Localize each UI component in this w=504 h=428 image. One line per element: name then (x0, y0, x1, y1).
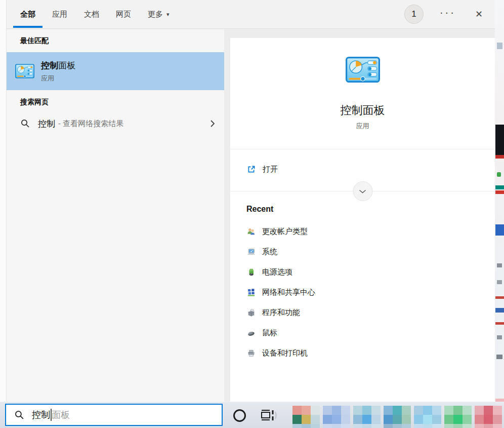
web-search-hint: - 查看网络搜索结果 (58, 119, 123, 129)
detail-panel: 控制面板 应用 打开 Recent 更改帐户 (230, 38, 495, 402)
recent-item-devices-printers[interactable]: 设备和打印机 (230, 343, 495, 363)
taskbar-app-icon-4[interactable] (384, 406, 411, 428)
icon-pixel (432, 424, 441, 428)
taskbar-search-input[interactable]: 控制 面板 (5, 404, 223, 426)
icon-pixel (302, 406, 311, 415)
tab-web[interactable]: 网页 (116, 0, 131, 29)
best-match-title-rest: 面板 (58, 61, 75, 70)
tab-apps-label: 应用 (52, 10, 67, 19)
recent-header: Recent (246, 205, 273, 214)
web-search-query: 控制 (38, 118, 55, 130)
programs-icon (247, 308, 256, 317)
recent-item-change-account-type[interactable]: 更改帐户类型 (230, 221, 495, 242)
app-subtitle: 应用 (230, 122, 495, 131)
search-typed-text: 控制 (32, 409, 50, 421)
icon-pixel (414, 406, 423, 415)
best-match-title-bold: 控制 (41, 61, 58, 70)
tab-more[interactable]: 更多 ▾ (148, 0, 170, 29)
icon-pixel (302, 415, 311, 424)
close-icon[interactable]: ✕ (471, 7, 487, 22)
best-match-title: 控制面板 (41, 60, 75, 71)
icon-pixel (432, 406, 441, 415)
icon-pixel (414, 424, 423, 428)
tab-apps[interactable]: 应用 (52, 0, 67, 29)
icon-pixel (362, 415, 371, 424)
desktop-artifact (495, 308, 504, 313)
icon-pixel (453, 415, 463, 424)
recent-item-label: 系统 (262, 247, 277, 257)
icon-pixel (292, 406, 302, 415)
taskbar-app-icon-2[interactable] (323, 406, 350, 428)
battery-icon (247, 268, 256, 277)
recent-item-label: 电源选项 (262, 267, 292, 277)
icon-pixel (463, 406, 472, 415)
taskbar: 控制 面板 (0, 402, 504, 428)
app-title: 控制面板 (230, 103, 495, 118)
more-options-icon[interactable]: ··· (440, 10, 456, 19)
icon-pixel (423, 415, 432, 424)
icon-pixel (311, 406, 320, 415)
printer-icon (247, 349, 256, 358)
web-search-result[interactable]: 控制 - 查看网络搜索结果 (7, 112, 224, 135)
taskbar-app-icon-6[interactable] (444, 406, 472, 428)
desktop-artifact (497, 263, 502, 267)
icon-pixel (493, 415, 502, 424)
taskbar-app-icon-1[interactable] (292, 406, 320, 428)
icon-pixel (475, 406, 484, 415)
desktop-left-edge (0, 0, 7, 402)
rewards-badge[interactable]: 1 (404, 5, 424, 24)
icon-pixel (341, 406, 350, 415)
icon-pixel (332, 406, 341, 415)
open-action-label: 打开 (263, 165, 278, 174)
tabbar-controls: 1 ··· ✕ (404, 5, 495, 24)
recent-item-system[interactable]: 系统 (230, 242, 495, 262)
tab-all-label: 全部 (20, 10, 35, 19)
desktop-artifact (495, 322, 504, 325)
cortana-icon[interactable] (233, 409, 246, 422)
recent-item-programs-features[interactable]: 程序和功能 (230, 302, 495, 323)
icon-pixel (341, 415, 350, 424)
icon-pixel (302, 424, 311, 428)
recent-item-power-options[interactable]: 电源选项 (230, 262, 495, 282)
recent-item-mouse[interactable]: 鼠标 (230, 323, 495, 343)
computer-icon (247, 248, 256, 256)
taskbar-app-icons (292, 406, 502, 428)
desktop-artifact (495, 296, 504, 299)
icon-pixel (292, 415, 302, 424)
users-icon (247, 227, 256, 236)
recent-item-label: 网络和共享中心 (262, 288, 315, 297)
icon-pixel (384, 406, 393, 415)
search-icon (20, 119, 30, 129)
collapse-panel-button[interactable] (353, 181, 372, 201)
search-filter-tabbar: 全部 应用 文档 网页 更多 ▾ 1 ··· ✕ (7, 0, 495, 29)
tab-documents-label: 文档 (84, 10, 99, 19)
icon-pixel (323, 424, 332, 428)
taskbar-app-icon-7[interactable] (475, 406, 502, 428)
icon-pixel (444, 424, 453, 428)
desktop-artifact (497, 43, 502, 49)
tab-documents[interactable]: 文档 (84, 0, 99, 29)
badge-count: 1 (411, 9, 416, 19)
taskbar-app-icon-3[interactable] (353, 406, 381, 428)
taskbar-app-icon-5[interactable] (414, 406, 441, 428)
recent-item-network-sharing-center[interactable]: 网络和共享中心 (230, 282, 495, 302)
best-match-result-control-panel[interactable]: 控制面板 应用 (7, 52, 224, 90)
icon-pixel (393, 406, 402, 415)
icon-pixel (423, 406, 432, 415)
search-web-header: 搜索网页 (7, 98, 49, 107)
icon-pixel (323, 406, 332, 415)
icon-pixel (423, 424, 432, 428)
tab-more-label: 更多 (148, 10, 163, 19)
icon-pixel (353, 415, 362, 424)
icon-pixel (384, 415, 393, 424)
open-action[interactable]: 打开 (230, 158, 495, 181)
mouse-icon (247, 329, 256, 337)
tab-all[interactable]: 全部 (20, 0, 35, 29)
open-external-icon (247, 165, 256, 174)
icon-pixel (402, 424, 411, 428)
task-view-icon[interactable] (260, 409, 277, 422)
desktop-right-edge (495, 0, 504, 428)
icon-pixel (493, 424, 502, 428)
network-icon (247, 288, 256, 297)
icon-pixel (341, 424, 350, 428)
